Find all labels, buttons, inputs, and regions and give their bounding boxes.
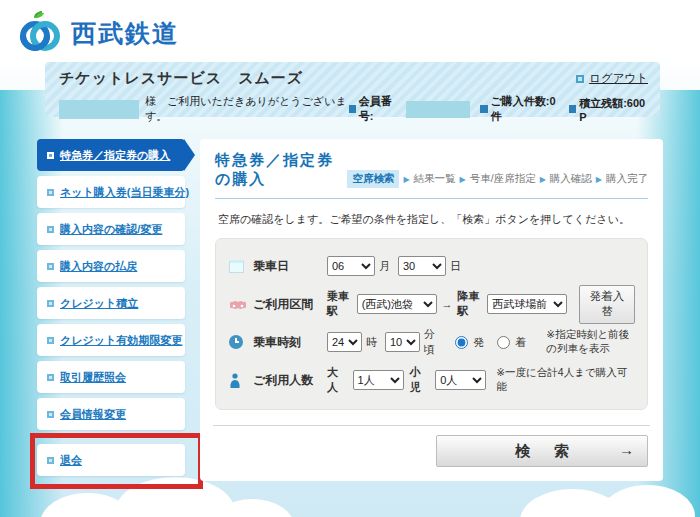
search-button[interactable]: 検 索 →	[436, 435, 648, 467]
step-purchase-confirm: 購入確認	[550, 172, 592, 186]
sidebar-item-label: 取引履歴照会	[60, 370, 126, 385]
boarding-station-label: 乗車駅	[327, 289, 353, 319]
sidebar-item-credit-expiry[interactable]: クレジット有効期限変更	[37, 324, 185, 356]
purchase-count-label: ご購入件数:0件	[491, 94, 559, 124]
step-results: 結果一覧	[414, 172, 456, 186]
step-breadcrumb: 空席検索 ▶ 結果一覧 ▶ 号車/座席指定 ▶ 購入確認 ▶ 購入完了	[347, 170, 648, 189]
sidebar-item-label: クレジット有効期限変更	[60, 333, 182, 348]
chevron-right-icon: ▶	[403, 175, 409, 184]
square-bullet-icon	[480, 105, 487, 113]
route-row: ご利用区間 乗車駅 (西武)池袋 → 降車駅 西武球場前 発着入替	[229, 292, 635, 316]
day-unit: 日	[450, 259, 461, 274]
sidebar-item-label: 購入内容の払戻	[60, 259, 137, 274]
month-select[interactable]: 06	[327, 256, 375, 276]
minute-select[interactable]: 10	[385, 332, 420, 352]
square-bullet-icon	[47, 226, 54, 233]
sidebar-item-member-info[interactable]: 会員情報変更	[37, 398, 185, 430]
search-button-label: 検 索	[515, 442, 579, 459]
point-balance-label: 積立残額:600 P	[579, 96, 648, 123]
square-bullet-icon	[349, 105, 356, 113]
sidebar-item-confirm-change[interactable]: 購入内容の確認/変更	[37, 213, 185, 245]
sidebar: 特急券／指定券の購入 ネット購入券(当日乗車分) 購入内容の確認/変更 購入内容…	[37, 139, 185, 489]
adult-label: 大人	[327, 365, 349, 395]
depart-arrive-radios: 発 着	[455, 335, 536, 350]
passengers-row: ご利用人数 大人 1人 小児 0人 ※一度に合計4人まで購入可能	[229, 368, 635, 392]
sidebar-item-transaction-history[interactable]: 取引履歴照会	[37, 361, 185, 393]
chevron-right-icon: ▶	[540, 175, 546, 184]
service-header: チケットレスサービス スムーズ ログアウト 様 ご利用いただきありがとうございま…	[45, 62, 660, 117]
sidebar-item-label: ネット購入券(当日乗車分)	[60, 185, 189, 200]
time-note: ※指定時刻と前後の列車を表示	[546, 328, 635, 356]
cloud-shape	[600, 485, 695, 517]
seibu-logo-icon	[20, 10, 62, 58]
day-select[interactable]: 30	[398, 256, 446, 276]
depart-label: 発	[473, 335, 484, 350]
depart-radio[interactable]	[455, 336, 468, 349]
hour-unit: 時	[366, 335, 377, 350]
month-unit: 月	[379, 259, 390, 274]
calendar-icon	[229, 260, 244, 273]
square-bullet-icon	[47, 457, 54, 464]
masked-user-name	[59, 100, 139, 119]
sidebar-item-label: 退会	[60, 453, 82, 468]
arrow-right-icon: →	[619, 441, 634, 458]
ride-date-label: 乗車日	[253, 258, 327, 275]
square-bullet-icon	[47, 189, 54, 196]
service-title: チケットレスサービス スムーズ	[59, 69, 303, 88]
sidebar-item-express-ticket-purchase[interactable]: 特急券／指定券の購入	[37, 139, 185, 171]
page: 西武鉄道 チケットレスサービス スムーズ ログアウト 様 ご利用いただきありがと…	[0, 0, 700, 517]
alighting-station-select[interactable]: 西武球場前	[487, 294, 567, 314]
hour-select[interactable]: 24	[327, 332, 362, 352]
square-bullet-icon	[47, 300, 54, 307]
sidebar-item-label: クレジット積立	[60, 296, 138, 311]
swap-stations-button[interactable]: 発着入替	[579, 285, 635, 324]
child-count-select[interactable]: 0人	[435, 370, 486, 390]
step-vacancy-search: 空席検索	[347, 170, 399, 188]
arrive-radio[interactable]	[497, 336, 510, 349]
train-icon	[229, 298, 253, 310]
route-label: ご利用区間	[253, 296, 327, 313]
chevron-right-icon: ▶	[460, 175, 466, 184]
square-bullet-icon	[47, 152, 54, 159]
sidebar-item-label: 特急券／指定券の購入	[60, 148, 170, 163]
purchase-count: ご購入件数:0件	[480, 94, 559, 124]
title-row: 特急券／指定券の購入 空席検索 ▶ 結果一覧 ▶ 号車/座席指定 ▶ 購入確認 …	[215, 151, 648, 199]
square-bullet-icon	[47, 337, 54, 344]
square-bullet-icon	[47, 411, 54, 418]
square-bullet-icon	[47, 263, 54, 270]
sidebar-item-refund[interactable]: 購入内容の払戻	[37, 250, 185, 282]
boarding-station-select[interactable]: (西武)池袋	[357, 294, 437, 314]
logout-label: ログアウト	[589, 71, 648, 86]
ride-date-row: 乗車日 06 月 30 日	[229, 254, 635, 278]
adult-count-select[interactable]: 1人	[353, 370, 404, 390]
brand-name: 西武鉄道	[71, 17, 179, 50]
square-bullet-icon	[569, 105, 576, 113]
red-annotation-box: 退会	[30, 433, 203, 489]
search-condition-form: 乗車日 06 月 30 日	[215, 238, 648, 410]
ride-time-row: 乗車時刻 24 時 10 分頃 発 着 ※指定時刻と前後の列	[229, 330, 635, 354]
square-bullet-icon	[47, 374, 54, 381]
person-icon	[229, 373, 253, 388]
chevron-right-icon: ▶	[596, 175, 602, 184]
page-title: 特急券／指定券の購入	[215, 151, 347, 189]
member-info: 会員番号: ご購入件数:0件 積立残額:600 P	[349, 94, 648, 124]
sidebar-item-credit-deposit[interactable]: クレジット積立	[37, 287, 185, 319]
sidebar-item-label: 購入内容の確認/変更	[60, 222, 162, 237]
minute-unit: 分頃	[424, 327, 437, 357]
brand-header: 西武鉄道	[0, 0, 700, 58]
step-purchase-complete: 購入完了	[606, 172, 648, 186]
logout-link[interactable]: ログアウト	[576, 71, 648, 86]
main-panel: 特急券／指定券の購入 空席検索 ▶ 結果一覧 ▶ 号車/座席指定 ▶ 購入確認 …	[200, 139, 663, 481]
masked-member-number	[406, 101, 471, 118]
passengers-label: ご利用人数	[253, 372, 327, 389]
point-balance: 積立残額:600 P	[569, 96, 648, 123]
member-number-label: 会員番号:	[359, 94, 402, 124]
greeting-text: 様 ご利用いただきありがとうございます。	[145, 94, 349, 124]
arrow-right-icon: →	[442, 298, 453, 310]
sidebar-item-net-ticket[interactable]: ネット購入券(当日乗車分)	[37, 176, 185, 208]
passengers-note: ※一度に合計4人まで購入可能	[496, 366, 635, 394]
clock-icon	[229, 335, 243, 349]
arrive-label: 着	[515, 335, 526, 350]
sidebar-item-withdraw[interactable]: 退会	[37, 444, 185, 476]
search-row: 検 索 →	[215, 426, 648, 469]
